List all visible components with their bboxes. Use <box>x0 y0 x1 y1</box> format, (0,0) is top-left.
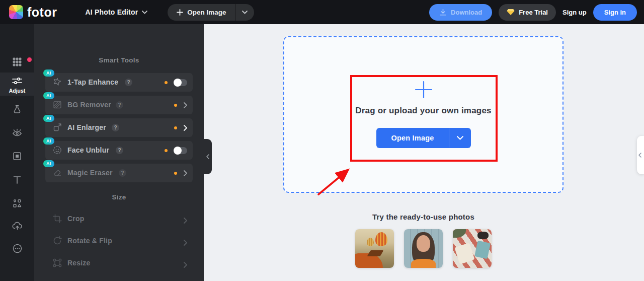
help-icon[interactable] <box>116 101 123 109</box>
chevron-left-icon <box>638 153 641 158</box>
sidebar-item-more[interactable] <box>0 242 34 254</box>
editor-menu-label: AI Photo Editor <box>85 8 138 16</box>
orange-dot <box>174 172 177 175</box>
tool-row-crop[interactable]: Crop <box>45 211 193 227</box>
right-panel-handle[interactable] <box>637 136 644 174</box>
sidebar-item-frames[interactable] <box>0 150 34 162</box>
sidebar-item-upload[interactable] <box>0 220 34 232</box>
text-icon <box>12 175 22 185</box>
face-shape <box>417 235 430 251</box>
adjust-sliders-icon <box>12 77 23 86</box>
chevron-right-icon <box>184 125 187 131</box>
open-image-button-canvas[interactable]: Open Image <box>376 128 449 148</box>
enhance-toggle[interactable] <box>174 79 187 86</box>
open-image-dropdown-canvas[interactable] <box>449 128 471 148</box>
ai-enlarger-icon <box>52 122 62 132</box>
more-icon <box>12 243 23 254</box>
bg-remover-icon <box>52 100 62 110</box>
crop-icon <box>52 214 62 224</box>
camera-shape <box>477 232 489 239</box>
orange-dot <box>174 126 177 129</box>
balloon-shape <box>375 232 387 246</box>
sign-in-label: Sign in <box>604 9 626 16</box>
tool-label: Resize <box>67 259 91 267</box>
orange-dot <box>165 149 168 152</box>
open-image-dropdown[interactable] <box>236 4 254 21</box>
balloon-shape <box>367 238 374 246</box>
tool-row-bg-remover[interactable]: AI BG Remover <box>45 96 193 114</box>
sign-in-button[interactable]: Sign in <box>593 4 637 21</box>
open-image-label: Open Image <box>187 9 226 16</box>
effects-flask-icon <box>12 104 22 114</box>
ai-badge: AI <box>43 69 54 77</box>
tool-row-1-tap-enhance[interactable]: AI 1-Tap Enhance <box>45 73 193 92</box>
ai-badge: AI <box>43 137 54 145</box>
topbar-right-group: Download Free Trial Sign up Sign in <box>429 4 637 21</box>
sidebar-item-elements[interactable] <box>0 197 34 209</box>
face-unblur-toggle[interactable] <box>174 147 187 154</box>
tool-label: Rotate & Flip <box>67 237 112 245</box>
free-trial-label: Free Trial <box>519 9 548 16</box>
chevron-right-icon <box>184 170 187 176</box>
sidebar-item-adjust[interactable]: Adjust <box>0 73 34 96</box>
gem-icon <box>507 9 515 16</box>
sidebar-item-effects[interactable] <box>0 103 34 115</box>
tool-row-ai-enlarger[interactable]: AI AI Enlarger <box>45 118 193 137</box>
open-image-button-top[interactable]: Open Image <box>168 4 235 21</box>
open-image-split-button: Open Image <box>168 4 254 21</box>
cloud-upload-icon <box>12 221 23 231</box>
rotate-icon <box>52 236 62 246</box>
fotor-logo-text: fotor <box>27 5 57 20</box>
upload-plus-icon <box>415 81 433 99</box>
tool-row-magic-eraser[interactable]: AI Magic Eraser <box>45 164 193 182</box>
smart-tools-heading: Smart Tools <box>34 56 204 64</box>
chevron-right-icon <box>184 218 187 224</box>
chevron-down-icon <box>142 11 147 14</box>
tool-panel: Smart Tools AI 1-Tap Enhance AI BG Remov… <box>34 24 204 281</box>
sidebar-item-text[interactable] <box>0 174 34 186</box>
resize-icon <box>52 258 62 268</box>
sidebar-item-beauty[interactable] <box>0 127 34 139</box>
sample-photo-picnic[interactable] <box>453 229 492 268</box>
download-icon <box>439 9 447 16</box>
samples-title: Try the ready-to-use photos <box>283 213 564 221</box>
download-button[interactable]: Download <box>429 4 492 21</box>
help-icon[interactable] <box>125 79 132 86</box>
tool-row-rotate-flip[interactable]: Rotate & Flip <box>45 233 193 249</box>
help-icon[interactable] <box>116 147 123 154</box>
frame-icon <box>12 151 22 161</box>
download-label: Download <box>451 9 482 16</box>
tool-label: AI Enlarger <box>67 123 106 131</box>
sample-photos-row <box>283 229 564 268</box>
help-icon[interactable] <box>112 124 119 131</box>
chevron-down-icon <box>242 11 248 14</box>
sidebar-item-templates[interactable] <box>0 54 34 69</box>
left-icon-sidebar: Adjust <box>0 24 34 281</box>
elements-shapes-icon <box>12 198 22 208</box>
orange-dot <box>174 104 177 107</box>
beauty-eye-icon <box>12 128 23 138</box>
panel-collapse-handle[interactable] <box>204 139 212 174</box>
editor-menu[interactable]: AI Photo Editor <box>85 8 147 16</box>
clothing-shape <box>411 259 436 268</box>
sample-photo-portrait[interactable] <box>404 229 443 268</box>
tool-row-face-unblur[interactable]: AI Face Unblur <box>45 141 193 160</box>
help-icon[interactable] <box>119 169 126 177</box>
chevron-right-icon <box>184 102 187 108</box>
orange-dot <box>165 81 168 84</box>
tool-label: Crop <box>67 215 84 223</box>
editor-canvas: Drag or upload your own images Open Imag… <box>204 24 644 281</box>
tool-label: 1-Tap Enhance <box>67 78 118 86</box>
tool-label: Magic Eraser <box>67 169 113 177</box>
open-image-split-button-canvas: Open Image <box>376 128 471 148</box>
tool-row-resize[interactable]: Resize <box>45 255 193 271</box>
sample-photo-balloons[interactable] <box>355 229 394 268</box>
app-window: fotor AI Photo Editor Open Image Downloa… <box>0 0 644 281</box>
tote-bag-shape <box>454 243 474 264</box>
sidebar-item-adjust-label: Adjust <box>0 88 34 94</box>
free-trial-button[interactable]: Free Trial <box>499 4 556 21</box>
enhance-sparkle-icon <box>52 77 62 87</box>
sign-up-link[interactable]: Sign up <box>562 9 587 16</box>
fotor-logo[interactable]: fotor <box>9 5 57 20</box>
templates-grid-icon <box>12 57 22 67</box>
